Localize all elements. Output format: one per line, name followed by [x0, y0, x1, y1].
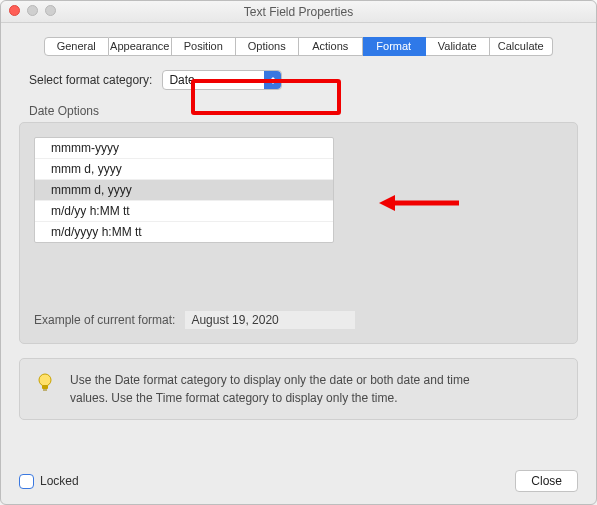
svg-rect-3 [42, 385, 48, 389]
locked-label: Locked [40, 474, 79, 488]
lightbulb-icon [34, 371, 56, 393]
titlebar: Text Field Properties [1, 1, 596, 23]
tab-bar: General Appearance Position Options Acti… [44, 37, 553, 56]
date-options-panel: mmmm-yyyy mmm d, yyyy mmmm d, yyyy m/d/y… [19, 122, 578, 344]
properties-window: Text Field Properties General Appearance… [0, 0, 597, 505]
close-button[interactable]: Close [515, 470, 578, 492]
date-options-title: Date Options [29, 104, 578, 118]
date-format-list[interactable]: mmmm-yyyy mmm d, yyyy mmmm d, yyyy m/d/y… [34, 137, 334, 243]
list-item[interactable]: mmmm-yyyy [35, 138, 333, 159]
tab-appearance[interactable]: Appearance [109, 37, 173, 56]
tab-position[interactable]: Position [172, 37, 236, 56]
example-label: Example of current format: [34, 313, 175, 327]
tab-actions[interactable]: Actions [299, 37, 363, 56]
tab-options[interactable]: Options [236, 37, 300, 56]
example-value: August 19, 2020 [185, 311, 355, 329]
list-item[interactable]: mmm d, yyyy [35, 159, 333, 180]
tab-general[interactable]: General [44, 37, 109, 56]
list-item[interactable]: m/d/yy h:MM tt [35, 201, 333, 222]
locked-checkbox[interactable]: Locked [19, 474, 79, 489]
format-category-select[interactable]: Date [162, 70, 282, 90]
zoom-window-icon [45, 5, 56, 16]
list-item[interactable]: m/d/yyyy h:MM tt [35, 222, 333, 242]
minimize-window-icon [27, 5, 38, 16]
hint-panel: Use the Date format category to display … [19, 358, 578, 420]
hint-text: Use the Date format category to display … [70, 371, 510, 407]
tab-validate[interactable]: Validate [426, 37, 490, 56]
checkbox-box-icon [19, 474, 34, 489]
window-controls [9, 5, 56, 16]
window-title: Text Field Properties [244, 5, 353, 19]
list-item[interactable]: mmmm d, yyyy [35, 180, 333, 201]
format-category-label: Select format category: [29, 73, 152, 87]
close-window-icon[interactable] [9, 5, 20, 16]
svg-point-2 [39, 374, 51, 386]
dropdown-caret-icon [264, 71, 281, 89]
tab-calculate[interactable]: Calculate [490, 37, 554, 56]
tab-format[interactable]: Format [363, 37, 427, 56]
format-category-value: Date [169, 73, 194, 87]
